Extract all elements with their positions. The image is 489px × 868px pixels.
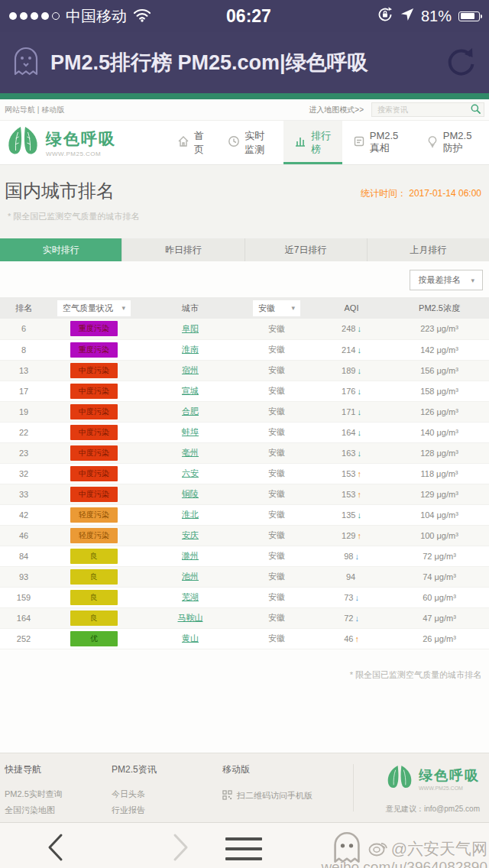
city-link[interactable]: 黄山 <box>182 633 199 643</box>
city-link[interactable]: 亳州 <box>182 448 199 457</box>
pm25-cell: 126 μg/m³ <box>390 401 489 422</box>
footer-link[interactable]: PM2.5实时查询 <box>5 786 112 802</box>
nav-item-truth[interactable]: PM2.5真相 <box>342 121 416 164</box>
aqi-level-badge: 中度污染 <box>70 425 118 440</box>
rank-cell: 6 <box>0 319 47 339</box>
footer-link[interactable]: 行业报告 <box>112 802 222 818</box>
header-pm25: PM2.5浓度 <box>390 297 489 319</box>
ios-status-bar: 中国移动 06:27 81% <box>0 0 489 32</box>
province-cell: 安徽 <box>240 360 313 381</box>
back-button[interactable] <box>46 833 64 865</box>
table-row: 32 中度污染 六安 安徽 153↑ 118 μg/m³ <box>0 463 489 484</box>
aqi-level-badge: 中度污染 <box>70 384 118 399</box>
aqi-value: 248 <box>342 324 355 333</box>
sort-order-button[interactable]: 按最差排名 <box>410 270 483 290</box>
nav-item-ranking[interactable]: 排行榜 <box>283 121 342 164</box>
rank-cell: 32 <box>0 463 47 484</box>
signal-strength-icon <box>9 12 60 20</box>
nav-item-protect[interactable]: PM2.5防护 <box>416 121 489 164</box>
nav-items: 首页 实时监测 排行榜 PM2.5真相 PM2.5防护 <box>167 121 489 164</box>
aqi-level-badge: 重度污染 <box>70 321 118 336</box>
city-link[interactable]: 阜阳 <box>182 324 199 333</box>
footer-divider <box>353 764 354 811</box>
nav-label: PM2.5真相 <box>370 130 405 155</box>
aqi-value: 163 <box>342 449 355 458</box>
trend-arrow-icon: ↓ <box>355 614 359 623</box>
city-link[interactable]: 蚌埠 <box>182 427 199 436</box>
footer-link[interactable]: 全国污染地图 <box>5 802 112 818</box>
city-link[interactable]: 芜湖 <box>182 592 199 601</box>
nav-item-home[interactable]: 首页 <box>167 121 217 164</box>
province-cell: 安徽 <box>240 566 313 587</box>
rank-cell: 13 <box>0 360 47 381</box>
aqi-value: 129 <box>342 531 355 540</box>
search-input[interactable] <box>377 105 471 114</box>
site-logo[interactable]: 绿色呼吸 WWW.PM25.COM <box>0 121 167 164</box>
city-link[interactable]: 滁州 <box>182 551 199 560</box>
pm25-cell: 140 μg/m³ <box>390 422 489 442</box>
pm25-cell: 72 μg/m³ <box>390 546 489 566</box>
tab-realtime-rank[interactable]: 实时排行 <box>0 238 121 261</box>
document-icon <box>353 135 365 150</box>
map-mode-link[interactable]: 进入地图模式>> <box>309 105 364 115</box>
quality-filter-dropdown[interactable]: 空气质量状况 <box>57 300 131 316</box>
aqi-value: 73 <box>344 593 353 602</box>
logo-url: WWW.PM25.COM <box>46 151 116 157</box>
province-cell: 安徽 <box>240 546 313 566</box>
aqi-value: 189 <box>342 366 355 375</box>
rank-cell: 84 <box>0 546 47 566</box>
footer-link[interactable]: 今日头条 <box>112 786 222 802</box>
tab-yesterday-rank[interactable]: 昨日排行 <box>121 238 244 261</box>
city-link[interactable]: 六安 <box>182 468 199 478</box>
menu-button[interactable] <box>225 837 262 860</box>
search-icon[interactable] <box>471 104 481 115</box>
pm25-cell: 142 μg/m³ <box>390 339 489 360</box>
city-link[interactable]: 淮北 <box>182 510 199 519</box>
aqi-level-badge: 中度污染 <box>70 404 118 419</box>
city-link[interactable]: 池州 <box>182 572 199 581</box>
aqi-value: 72 <box>344 614 353 623</box>
header-rank: 排名 <box>0 297 47 319</box>
table-row: 19 中度污染 合肥 安徽 171↓ 126 μg/m³ <box>0 401 489 422</box>
city-link[interactable]: 铜陵 <box>182 489 199 498</box>
aqi-value: 94 <box>346 572 355 581</box>
forward-button[interactable] <box>172 833 190 865</box>
location-arrow-icon <box>400 8 414 24</box>
city-link[interactable]: 马鞍山 <box>178 613 203 622</box>
aqi-level-badge: 中度污染 <box>70 466 118 481</box>
pm25-cell: 47 μg/m³ <box>390 607 489 628</box>
search-box[interactable] <box>371 102 484 117</box>
province-filter-dropdown[interactable]: 安徽 <box>253 300 300 316</box>
page-subtitle: * 限全国已监测空气质量的城市排名 <box>8 211 481 222</box>
pm25-cell: 74 μg/m³ <box>390 566 489 587</box>
nav-label: PM2.5防护 <box>443 130 478 155</box>
utility-links[interactable]: 网站导航 | 移动版 <box>5 105 64 115</box>
page-head: 国内城市排名 统计时间： 2017-01-14 06:00 * 限全国已监测空气… <box>0 165 489 238</box>
rank-cell: 46 <box>0 525 47 546</box>
ghost-home-button[interactable] <box>330 829 364 868</box>
tab-7day-rank[interactable]: 近7日排行 <box>244 238 367 261</box>
trend-arrow-icon: ↑ <box>357 469 361 478</box>
city-link[interactable]: 宿州 <box>182 365 199 374</box>
city-link[interactable]: 宣城 <box>182 386 199 395</box>
footer-link-mobile-qr[interactable]: 扫二维码访问手机版 <box>237 790 313 802</box>
refresh-icon[interactable] <box>443 44 478 82</box>
nav-item-realtime[interactable]: 实时监测 <box>217 121 283 164</box>
pm25-cell: 26 μg/m³ <box>390 628 489 649</box>
rank-cell: 164 <box>0 607 47 628</box>
province-cell: 安徽 <box>240 628 313 649</box>
lungs-leaf-logo-icon <box>6 126 40 160</box>
home-icon <box>177 135 189 150</box>
province-cell: 安徽 <box>240 587 313 607</box>
battery-percent: 81% <box>421 8 452 25</box>
city-link[interactable]: 安庆 <box>182 530 199 539</box>
tab-lastmonth-rank[interactable]: 上月排行 <box>367 238 489 261</box>
table-row: 22 中度污染 蚌埠 安徽 164↓ 140 μg/m³ <box>0 422 489 442</box>
aqi-level-badge: 轻度污染 <box>70 528 118 543</box>
ranking-table-section: 按最差排名 排名 空气质量状况 城市 安徽 AQI PM2.5浓度 6 重度污染… <box>0 261 489 753</box>
city-link[interactable]: 合肥 <box>182 406 199 416</box>
city-link[interactable]: 淮南 <box>182 345 199 354</box>
aqi-value: 153 <box>342 469 355 478</box>
lightbulb-icon <box>426 135 439 150</box>
trend-arrow-icon: ↓ <box>357 387 361 396</box>
